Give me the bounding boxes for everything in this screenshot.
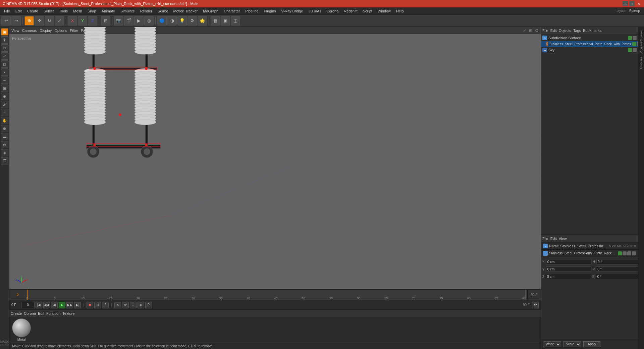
attr-menu-file[interactable]: File (542, 237, 548, 241)
om-dot-rack-vis[interactable] (632, 42, 636, 46)
loop-mode2[interactable]: ⟳ (122, 302, 129, 308)
loop-mode3[interactable]: ↔ (130, 302, 137, 308)
materials-button[interactable]: ⚙ (187, 16, 197, 26)
om-menu-tags[interactable]: Tags (573, 29, 581, 33)
maximize-button[interactable]: □ (629, 1, 635, 6)
prev-key-button[interactable]: ◀◀ (43, 302, 50, 308)
om-item-subdivision[interactable]: S Subdivision Surface (541, 35, 638, 41)
menu-sculpt[interactable]: Sculpt (155, 8, 171, 14)
lights-button[interactable]: 💡 (177, 16, 187, 26)
render-view-button[interactable]: 🎬 (124, 16, 133, 26)
attr-dot-v[interactable] (623, 251, 627, 255)
scale-tool-button[interactable]: ⤢ (55, 16, 64, 26)
om-dot-subdiv-vis[interactable] (628, 36, 632, 40)
om-menu-edit[interactable]: Edit (550, 29, 557, 33)
loop-mode5[interactable]: P (145, 302, 152, 308)
object-tool-button[interactable]: ⊕ (24, 16, 34, 26)
om-dot-sky-vis[interactable] (628, 48, 632, 52)
display-mode-button[interactable]: 🔵 (157, 16, 167, 26)
play-forward-button[interactable]: ▶▶ (66, 302, 73, 308)
vp-menu-filter[interactable]: Filter (70, 29, 78, 33)
mat-menu-create[interactable]: Create (11, 311, 22, 315)
poly-mode-tool[interactable]: ▣ (1, 85, 8, 92)
redo-button[interactable]: ↪ (11, 16, 21, 26)
om-menu-file[interactable]: File (542, 29, 548, 33)
om-menu-objects[interactable]: Objects (559, 29, 571, 33)
material-item-metal[interactable]: Metal (12, 318, 31, 342)
menu-snap[interactable]: Snap (85, 8, 99, 14)
scale-tool[interactable]: ⤢ (1, 52, 8, 60)
z-axis-button[interactable]: Z (88, 16, 97, 26)
vp-menu-display[interactable]: Display (40, 29, 52, 33)
coord-system-button[interactable]: ⊞ (101, 16, 110, 26)
shading-button[interactable]: ◑ (167, 16, 177, 26)
move-tool-button[interactable]: ✛ (35, 16, 44, 26)
viewport-canvas[interactable]: Perspective Grid Spacing : 100 cm X Z Y (9, 34, 541, 289)
menu-mesh[interactable]: Mesh (70, 8, 85, 14)
ipr-button[interactable]: ◎ (144, 16, 154, 26)
help-button[interactable]: ? (102, 302, 109, 308)
apply-button[interactable]: Apply (583, 341, 600, 347)
postfx-button[interactable]: 🌟 (198, 16, 207, 26)
attr-dot-m[interactable] (632, 251, 636, 255)
om-item-sky[interactable]: ☁ Sky (541, 47, 638, 53)
loop-mode1[interactable]: ⟲ (114, 302, 121, 308)
attr-h-input[interactable] (596, 259, 638, 264)
mat-menu-edit[interactable]: Edit (38, 311, 44, 315)
material-ball-metal[interactable] (12, 318, 31, 337)
menu-animate[interactable]: Animate (99, 8, 118, 14)
sculpt-grab-tool[interactable]: ✋ (1, 117, 8, 124)
menu-simulate[interactable]: Simulate (118, 8, 138, 14)
render-region-button[interactable]: 📷 (114, 16, 123, 26)
attr-dot-s[interactable] (618, 251, 622, 255)
attr-menu-edit[interactable]: Edit (550, 237, 557, 241)
sculpt-layer-tool[interactable]: ☰ (1, 157, 8, 164)
object-mode-tool[interactable]: ◻ (1, 60, 8, 68)
attr-p-input[interactable] (596, 266, 638, 272)
layout2-button[interactable]: ▣ (221, 16, 230, 26)
attributes-tab[interactable]: Attributes (639, 55, 644, 71)
menu-plugins[interactable]: Plugins (261, 8, 278, 14)
attr-x-input[interactable] (546, 259, 591, 264)
rotate-tool-button[interactable]: ↻ (45, 16, 54, 26)
play-reverse-button[interactable]: ◀ (51, 302, 58, 308)
paint-tool[interactable]: 🖌 (1, 101, 8, 108)
menu-help[interactable]: Help (393, 8, 407, 14)
scale-select[interactable]: Scale (563, 341, 581, 347)
goto-end-button[interactable]: ▶| (74, 302, 81, 308)
content-browser-tab[interactable]: Content Browser (639, 28, 644, 55)
timeline-ruler[interactable]: 0 5 10 15 20 25 30 35 40 45 50 55 60 65 … (26, 290, 527, 300)
layout3-button[interactable]: ◫ (231, 16, 240, 26)
menu-render[interactable]: Render (138, 8, 155, 14)
sculpt-smooth-tool[interactable]: ≈ (1, 109, 8, 116)
point-mode-tool[interactable]: • (1, 68, 8, 76)
menu-create[interactable]: Create (24, 8, 41, 14)
render-button[interactable]: ▶ (134, 16, 144, 26)
layout1-button[interactable]: ▦ (211, 16, 220, 26)
mat-menu-function[interactable]: Function (46, 311, 60, 315)
menu-corona[interactable]: Corona (324, 8, 341, 14)
menu-window[interactable]: Window (375, 8, 393, 14)
menu-motion-tracker[interactable]: Motion Tracker (170, 8, 200, 14)
rotate-tool[interactable]: ↻ (1, 44, 8, 52)
select-tool[interactable]: ▣ (1, 28, 8, 36)
attr-y-input[interactable] (546, 266, 591, 272)
move-tool[interactable]: ✛ (1, 36, 8, 44)
uv-mode-tool[interactable]: ⊛ (1, 93, 8, 100)
vp-menu-cameras[interactable]: Cameras (22, 29, 37, 33)
attr-menu-view[interactable]: View (559, 237, 567, 241)
vp-menu-view[interactable]: View (11, 29, 19, 33)
attr-row-icon[interactable]: L (543, 251, 548, 256)
menu-edit[interactable]: Edit (13, 8, 24, 14)
mat-menu-corona[interactable]: Corona (24, 311, 36, 315)
x-axis-button[interactable]: X (68, 16, 77, 26)
play-button[interactable]: ▶ (59, 302, 65, 308)
goto-start-button[interactable]: |◀ (36, 302, 42, 308)
menu-file[interactable]: File (1, 8, 13, 14)
menu-select[interactable]: Select (41, 8, 57, 14)
sculpt-pinch-tool[interactable]: ⊗ (1, 141, 8, 148)
edge-mode-tool[interactable]: ━ (1, 77, 8, 84)
sculpt-wax-tool[interactable]: ◈ (1, 149, 8, 156)
sculpt-flatten-tool[interactable]: ▬ (1, 133, 8, 140)
om-dot-sky-lock[interactable] (633, 48, 637, 52)
